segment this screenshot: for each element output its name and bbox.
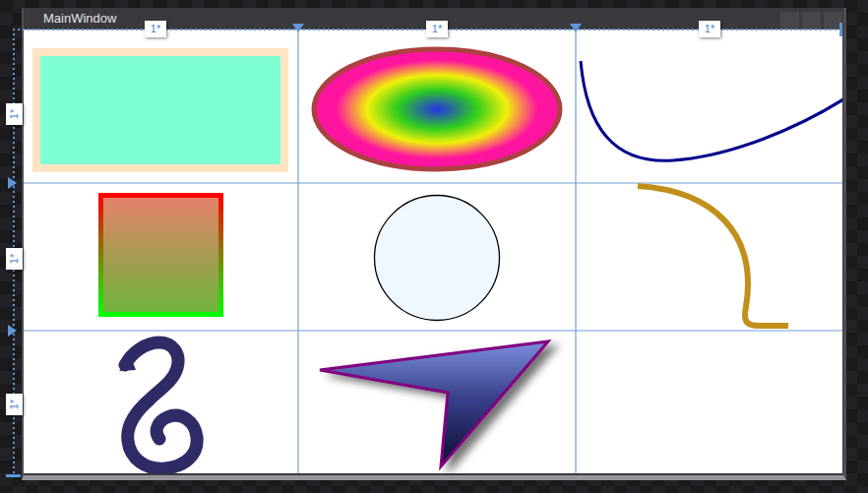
designer-window[interactable]: MainWindow — [22, 8, 846, 480]
row-height-label-3[interactable]: 1* — [6, 394, 23, 415]
row-guide-end-tick — [6, 474, 21, 477]
maximize-button[interactable] — [802, 12, 821, 30]
row-splitter-1[interactable] — [8, 177, 17, 189]
window-controls — [780, 12, 842, 30]
row-height-label-2[interactable]: 1* — [6, 248, 23, 270]
row-splitter-2[interactable] — [8, 325, 17, 337]
column-width-label-2[interactable]: 1* — [426, 21, 448, 37]
circle-shape[interactable] — [375, 196, 500, 321]
row-height-label-1[interactable]: 1* — [6, 103, 23, 125]
column-splitter-2[interactable] — [570, 24, 582, 32]
gradient-ellipse-shape[interactable] — [314, 49, 560, 169]
swan-path-shape[interactable] — [119, 342, 197, 468]
column-splitter-1[interactable] — [292, 24, 304, 32]
arrow-shape[interactable] — [320, 341, 548, 466]
gradient-square-shape[interactable] — [101, 196, 221, 315]
bezier-curve-shape[interactable] — [581, 61, 842, 160]
designer-surface: MainWindow — [0, 0, 868, 493]
column-guide-end-tick — [839, 23, 842, 36]
window-title: MainWindow — [43, 11, 116, 26]
minimize-button[interactable] — [780, 12, 799, 30]
arc-shape[interactable] — [638, 186, 788, 326]
rectangle-shape[interactable] — [36, 52, 284, 168]
column-width-label-1[interactable]: 1* — [145, 21, 166, 37]
design-canvas[interactable] — [24, 30, 842, 473]
column-width-label-3[interactable]: 1* — [699, 21, 720, 37]
